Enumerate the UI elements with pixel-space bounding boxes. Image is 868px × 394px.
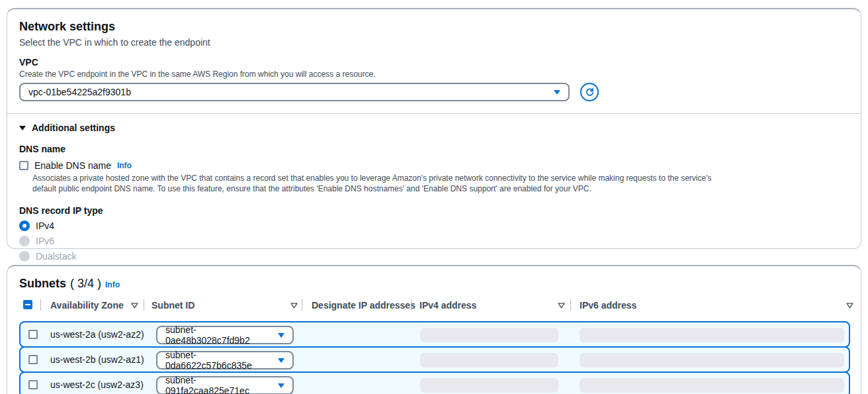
- th-ipv6-address: IPv6 address: [580, 300, 636, 311]
- vpc-select[interactable]: vpc-01be54225a2f9301b: [19, 83, 570, 101]
- column-separator: [302, 299, 302, 311]
- dns-name-label: DNS name: [19, 144, 849, 154]
- subnets-count: ( 3/4 ): [70, 277, 101, 291]
- chevron-down-icon: [278, 383, 284, 388]
- dns-record-ip-type-option: Dualstack: [19, 251, 849, 262]
- designate-ip-checkbox[interactable]: [28, 330, 38, 339]
- page-title: Network settings: [19, 20, 849, 34]
- filter-icon-ipv6[interactable]: [846, 303, 853, 309]
- ipv4-address-field-disabled: [420, 353, 558, 368]
- vpc-label: VPC: [19, 57, 849, 68]
- ipv4-address-field-disabled: [420, 378, 558, 393]
- filter-icon-availability-zone[interactable]: [131, 303, 138, 309]
- radio-label: Dualstack: [36, 251, 76, 262]
- filter-icon-subnet-id[interactable]: [290, 303, 298, 309]
- subnet-id-select[interactable]: subnet-0da6622c57b6c835e: [156, 351, 294, 369]
- column-separator: [570, 299, 571, 311]
- radio-button: [19, 251, 30, 262]
- th-ipv4-address: IPv4 address: [419, 300, 476, 311]
- additional-settings-toggle[interactable]: Additional settings: [19, 123, 849, 133]
- column-separator: [144, 299, 144, 311]
- table-row: us-west-2c (usw2-az3) subnet-091fa2caa82…: [19, 371, 850, 394]
- subnet-id-select[interactable]: subnet-091fa2caa825e71ec: [156, 376, 294, 394]
- vpc-select-value: vpc-01be54225a2f9301b: [28, 87, 131, 97]
- vpc-description: Create the VPC endpoint in the VPC in th…: [19, 70, 849, 79]
- vpc-select-row: vpc-01be54225a2f9301b: [19, 83, 849, 101]
- enable-dns-checkbox[interactable]: [19, 161, 28, 170]
- radio-button[interactable]: [19, 221, 30, 231]
- subnets-info-link[interactable]: Info: [105, 280, 120, 289]
- ipv4-address-field-disabled: [420, 328, 558, 342]
- refresh-icon: [585, 87, 595, 97]
- subnets-table-header: Availability Zone Subnet ID Designate IP…: [19, 297, 849, 315]
- subnets-rows: us-west-2a (usw2-az2) subnet-0ae48b3028c…: [19, 321, 849, 394]
- table-row: us-west-2a (usw2-az2) subnet-0ae48b3028c…: [19, 321, 850, 348]
- table-row: us-west-2b (usw2-az1) subnet-0da6622c57b…: [19, 346, 850, 373]
- chevron-down-icon: [278, 358, 284, 363]
- enable-dns-description: Associates a private hosted zone with th…: [32, 173, 734, 195]
- designate-ip-checkbox[interactable]: [28, 380, 38, 389]
- select-all-checkbox[interactable]: [23, 300, 32, 309]
- chevron-down-icon: [554, 90, 560, 95]
- dns-record-ip-type-label: DNS record IP type: [19, 205, 849, 216]
- subnets-title-row: Subnets ( 3/4 ) Info: [19, 277, 849, 291]
- subnet-id-value: subnet-091fa2caa825e71ec: [165, 375, 278, 394]
- network-settings-subtitle: Select the VPC in which to create the en…: [19, 37, 849, 48]
- availability-zone-cell: us-west-2a (usw2-az2): [50, 329, 144, 340]
- subnet-id-select[interactable]: subnet-0ae48b3028c7fd9b2: [156, 326, 294, 344]
- refresh-button[interactable]: [580, 83, 599, 101]
- enable-dns-row: Enable DNS name Info: [19, 160, 849, 171]
- ipv6-address-field-disabled: [580, 353, 844, 368]
- column-separator: [411, 299, 412, 311]
- radio-label: IPv6: [36, 236, 54, 246]
- subnets-title: Subnets: [19, 277, 66, 291]
- expand-caret-icon: [19, 126, 26, 130]
- dns-name-info-link[interactable]: Info: [117, 161, 132, 170]
- th-subnet-id: Subnet ID: [152, 300, 195, 311]
- availability-zone-cell: us-west-2b (usw2-az1): [50, 354, 144, 365]
- subnets-card: Subnets ( 3/4 ) Info Availability Zone S…: [7, 265, 861, 394]
- ipv6-address-field-disabled: [580, 328, 844, 342]
- dns-record-ip-type-option: IPv4: [19, 221, 849, 231]
- dns-record-ip-type-option: IPv6: [19, 236, 849, 246]
- radio-label: IPv4: [36, 221, 54, 231]
- section-divider: [7, 113, 861, 114]
- radio-button: [19, 236, 30, 246]
- filter-icon-ipv4[interactable]: [558, 303, 565, 309]
- th-designate-ip: Designate IP addresses: [312, 300, 415, 311]
- column-separator: [40, 299, 41, 311]
- chevron-down-icon: [278, 333, 284, 338]
- availability-zone-cell: us-west-2c (usw2-az3): [50, 379, 144, 390]
- additional-settings-title: Additional settings: [32, 123, 115, 133]
- ipv6-address-field-disabled: [580, 378, 844, 393]
- network-settings-card: Network settings Select the VPC in which…: [7, 8, 861, 249]
- th-availability-zone: Availability Zone: [50, 300, 124, 311]
- subnet-id-value: subnet-0da6622c57b6c835e: [165, 350, 278, 371]
- designate-ip-checkbox[interactable]: [28, 355, 38, 364]
- subnet-id-value: subnet-0ae48b3028c7fd9b2: [165, 324, 278, 346]
- enable-dns-checkbox-label: Enable DNS name: [34, 160, 111, 171]
